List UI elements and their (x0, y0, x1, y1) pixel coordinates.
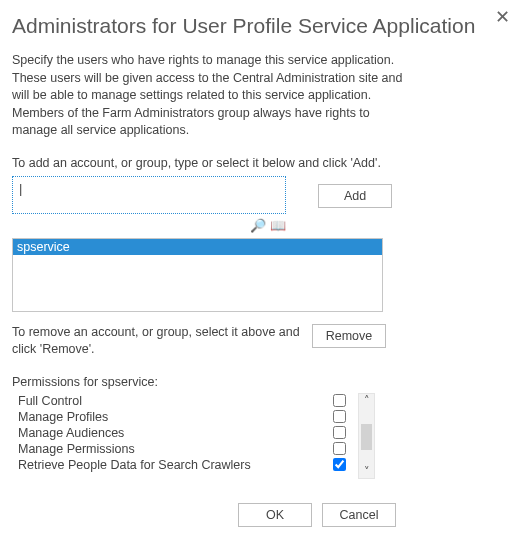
permissions-scrollbar[interactable]: ˄ ˅ (358, 393, 375, 479)
accounts-listbox[interactable]: spservice (12, 238, 383, 312)
remove-button[interactable]: Remove (312, 324, 386, 348)
perm-label: Manage Profiles (18, 410, 333, 424)
scroll-down-icon[interactable]: ˅ (364, 465, 370, 478)
permissions-heading: Permissions for spservice: (12, 375, 510, 389)
perm-checkbox-manage-audiences[interactable] (333, 426, 346, 439)
perm-row: Manage Permissions (12, 441, 352, 457)
perm-row: Full Control (12, 393, 352, 409)
perm-label: Retrieve People Data for Search Crawlers (18, 458, 333, 472)
perm-row: Manage Profiles (12, 409, 352, 425)
account-input[interactable]: | (12, 176, 286, 214)
perm-checkbox-manage-profiles[interactable] (333, 410, 346, 423)
remove-instruction: To remove an account, or group, select i… (12, 324, 302, 359)
perm-label: Full Control (18, 394, 333, 408)
scroll-thumb[interactable] (361, 424, 372, 450)
cancel-button[interactable]: Cancel (322, 503, 396, 527)
intro-text: Specify the users who have rights to man… (12, 52, 412, 140)
perm-checkbox-manage-permissions[interactable] (333, 442, 346, 455)
ok-button[interactable]: OK (238, 503, 312, 527)
browse-icon[interactable]: 📖 (270, 218, 286, 233)
add-instruction: To add an account, or group, type or sel… (12, 156, 510, 170)
permissions-list: Full Control Manage Profiles Manage Audi… (12, 393, 352, 479)
check-names-icon[interactable]: 🔎 (250, 218, 266, 233)
perm-row: Retrieve People Data for Search Crawlers (12, 457, 352, 473)
perm-label: Manage Audiences (18, 426, 333, 440)
perm-checkbox-retrieve-people-data[interactable] (333, 458, 346, 471)
scroll-up-icon[interactable]: ˄ (364, 394, 370, 407)
add-button[interactable]: Add (318, 184, 392, 208)
perm-label: Manage Permissions (18, 442, 333, 456)
perm-row: Manage Audiences (12, 425, 352, 441)
perm-checkbox-full-control[interactable] (333, 394, 346, 407)
dialog-title: Administrators for User Profile Service … (12, 14, 510, 38)
close-icon[interactable]: ✕ (495, 6, 510, 28)
list-item-selected[interactable]: spservice (13, 239, 382, 255)
